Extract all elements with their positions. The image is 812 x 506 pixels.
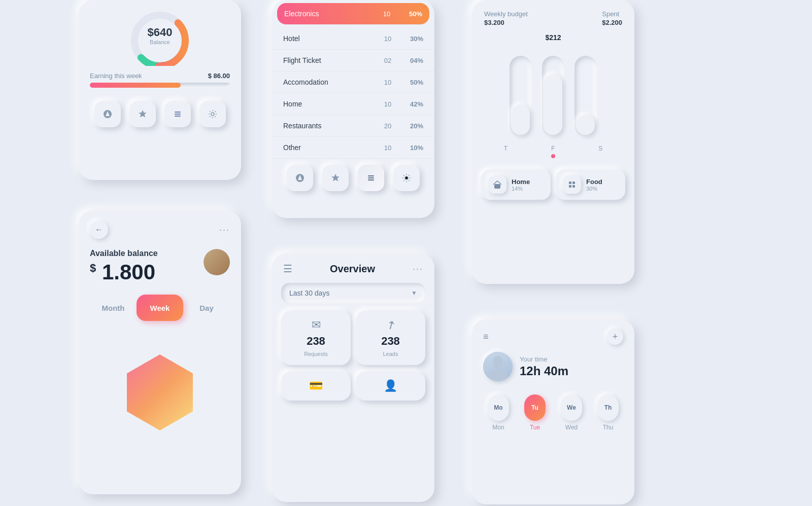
balance-card: $640 Balance Earning this week $ 86.00	[79, 0, 241, 180]
dropdown-arrow-icon: ▼	[411, 290, 417, 297]
back-button[interactable]: ←	[90, 221, 108, 239]
svg-rect-14	[569, 185, 571, 188]
restaurants-pct: 20%	[398, 122, 423, 130]
card2-list-btn[interactable]	[358, 165, 384, 191]
card2-star-btn[interactable]	[322, 165, 349, 191]
month-tab[interactable]: Month	[90, 295, 137, 321]
thursday-pill[interactable]: Th	[597, 394, 619, 421]
svg-rect-11	[494, 184, 500, 189]
tracker-header: ≡ +	[472, 319, 634, 352]
day-F: F	[551, 145, 555, 158]
avatar	[204, 249, 230, 275]
avatar-image	[204, 249, 230, 275]
tuesday-pill[interactable]: Tu	[524, 394, 546, 421]
svg-point-16	[493, 356, 503, 368]
period-dropdown[interactable]: Last 30 days ▼	[281, 283, 425, 303]
user-avatar-image	[483, 352, 513, 381]
food-cat-pct: 30%	[586, 186, 602, 192]
other-label: Other	[283, 143, 378, 152]
slider-thumb-center[interactable]	[544, 74, 562, 135]
home-category: Home 14%	[481, 169, 551, 200]
more-menu-button[interactable]: ···	[219, 225, 230, 235]
budget-col: Weekly budget $3.200	[484, 10, 528, 26]
earnings-row: Earning this week $ 86.00	[79, 66, 241, 83]
tuesday-label: Tue	[530, 424, 540, 431]
card2-icon-row	[272, 159, 434, 198]
chart-icon-btn[interactable]	[94, 101, 121, 127]
slider-track-center[interactable]	[542, 56, 564, 137]
thursday-label: Thu	[603, 424, 614, 431]
donut-chart-area: $640 Balance	[79, 0, 241, 66]
add-button[interactable]: +	[607, 329, 623, 345]
home-cat-name: Home	[512, 178, 530, 186]
overview-more-btn[interactable]: ···	[413, 264, 423, 274]
hotel-count: 10	[378, 35, 398, 43]
slider-thumb-right[interactable]	[577, 115, 595, 135]
week-tab[interactable]: Week	[137, 295, 183, 321]
spent-label: Spent	[602, 10, 622, 18]
card-icon: 💳	[309, 379, 323, 392]
weekly-budget-val: $3.200	[484, 19, 528, 26]
slider-track-right[interactable]	[574, 56, 597, 137]
list-icon-btn[interactable]	[164, 101, 191, 127]
user-stat: 👤	[356, 371, 425, 401]
requests-stat: ✉ 238 Requests	[281, 310, 351, 365]
slider-thumb-left[interactable]	[512, 104, 530, 135]
donut-sub: Balance	[148, 39, 173, 45]
user-icon: 👤	[384, 379, 397, 392]
accomodation-count: 10	[378, 79, 398, 86]
flight-count: 02	[378, 57, 398, 64]
donut-wrap: $640 Balance	[124, 5, 195, 66]
requests-label: Requests	[304, 351, 327, 357]
home-pct: 42%	[398, 100, 423, 108]
wednesday-pill[interactable]: We	[561, 394, 582, 421]
svg-rect-15	[572, 185, 575, 188]
slider-amount-label: $212	[472, 28, 634, 44]
electronics-count: 10	[377, 10, 397, 18]
monday-item: Mo Mon	[488, 394, 509, 431]
your-time-value: 12h 40m	[520, 364, 568, 378]
home-cat-pct: 14%	[512, 186, 530, 192]
user-time-info: Your time 12h 40m	[520, 355, 568, 378]
earnings-label: Earning this week	[90, 72, 142, 80]
overview-card: ☰ Overview ··· Last 30 days ▼ ✉ 238 Requ…	[272, 254, 434, 502]
balance-section: Available balance $ 1.800	[79, 244, 241, 284]
balance-number: 1.800	[102, 260, 155, 284]
day-tab[interactable]: Day	[183, 295, 230, 321]
balance-text-col: Available balance $ 1.800	[90, 249, 158, 284]
svg-point-10	[405, 176, 408, 179]
monday-pill[interactable]: Mo	[488, 394, 509, 421]
donut-label: $640 Balance	[148, 26, 173, 45]
requests-number: 238	[307, 335, 325, 348]
card2-gear-btn[interactable]	[393, 165, 420, 191]
slider-track-left[interactable]	[510, 56, 532, 137]
three-lines-icon[interactable]: ≡	[483, 332, 489, 342]
day-S: S	[598, 145, 602, 158]
dollar-sign: $	[90, 262, 96, 274]
budget-header: Weekly budget $3.200 Spent $2.200	[472, 0, 634, 28]
electronics-pct: 50%	[397, 10, 422, 18]
flight-pct: 04%	[398, 57, 423, 64]
svg-rect-9	[368, 179, 374, 180]
day-labels-row: T F S	[472, 145, 634, 163]
gear-icon-btn[interactable]	[199, 101, 226, 127]
hamburger-menu-icon[interactable]: ☰	[283, 263, 292, 275]
hotel-pct: 30%	[398, 35, 423, 43]
home-row: Home 10 42%	[272, 93, 434, 115]
overview-title: Overview	[330, 263, 375, 275]
card2-chart-btn[interactable]	[287, 165, 313, 191]
thursday-item: Th Thu	[597, 394, 619, 431]
leads-icon: ↗	[383, 317, 398, 333]
svg-rect-7	[368, 175, 374, 176]
accomodation-row: Accomodation 10 50%	[272, 71, 434, 93]
budget-card: Weekly budget $3.200 Spent $2.200 $212 T…	[472, 0, 634, 284]
electronics-row: Electronics 10 50%	[277, 3, 429, 25]
star-icon-btn[interactable]	[129, 101, 156, 127]
home-cat-info: Home 14%	[512, 178, 530, 192]
period-dropdown-label: Last 30 days	[289, 289, 329, 297]
icon-row	[79, 97, 241, 131]
wednesday-label: Wed	[565, 424, 578, 431]
slider-area	[472, 44, 634, 145]
requests-icon: ✉	[312, 318, 321, 332]
period-tabs: Month Week Day	[90, 295, 230, 321]
